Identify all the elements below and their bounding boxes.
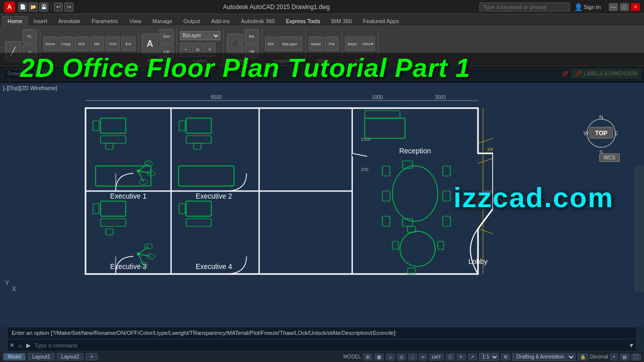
svg-line-92: [478, 229, 493, 234]
svg-rect-54: [443, 166, 450, 176]
tab-featured-apps[interactable]: Featured Apps: [357, 16, 405, 26]
svg-text:900: 900: [80, 148, 82, 156]
grid-btn[interactable]: ⊞: [363, 353, 372, 360]
lock-btn[interactable]: 🔒: [578, 353, 588, 360]
svg-rect-57: [382, 216, 390, 226]
svg-rect-40: [106, 229, 113, 235]
tab-express-tools[interactable]: Express Tools: [280, 16, 326, 26]
mirror-tool[interactable]: Mir: [90, 37, 104, 51]
copy-tool[interactable]: Copy: [59, 37, 73, 51]
gear-icon[interactable]: ⚙: [501, 353, 510, 360]
measure-tool[interactable]: Meas: [309, 37, 323, 51]
workspace-select[interactable]: Drafting & Annotation: [512, 353, 576, 361]
wcs-button[interactable]: WCS: [599, 153, 620, 162]
svg-rect-53: [382, 166, 390, 176]
toolbar-redo[interactable]: ↪: [64, 3, 73, 12]
tab-manage[interactable]: Manage: [147, 16, 178, 26]
transparency-btn[interactable]: ⬡: [446, 353, 455, 360]
scale-select[interactable]: 1:1: [479, 353, 499, 361]
svg-rect-64: [438, 241, 444, 249]
trim-tool[interactable]: Trim: [106, 37, 120, 51]
settings-btn2[interactable]: ▤: [620, 353, 629, 360]
svg-rect-56: [443, 191, 450, 201]
cmd-search-icon[interactable]: ⌕: [17, 342, 24, 349]
toolbar-new[interactable]: 📄: [18, 3, 27, 12]
insert-block[interactable]: ⬛: [227, 34, 243, 54]
ortho-btn[interactable]: ⊥: [386, 353, 395, 360]
command-input[interactable]: [33, 342, 626, 348]
cmd-close-icon[interactable]: ✕: [8, 342, 17, 349]
tab-bim360[interactable]: BIM 360: [326, 16, 357, 26]
svg-text:Executive 2: Executive 2: [196, 192, 232, 200]
tab-view[interactable]: View: [124, 16, 147, 26]
toolbar-undo[interactable]: ↩: [54, 3, 63, 12]
close-button[interactable]: ✕: [631, 3, 640, 11]
full-screen-btn[interactable]: ⛶: [631, 353, 641, 360]
match-props[interactable]: MA: [265, 37, 276, 51]
tab-addins[interactable]: Add-ins: [206, 16, 235, 26]
move-tool[interactable]: Move: [43, 37, 57, 51]
minimize-button[interactable]: —: [609, 3, 618, 11]
svg-rect-60: [365, 118, 405, 138]
paste-tool[interactable]: Pst: [325, 37, 339, 51]
side-panel[interactable]: [635, 166, 644, 292]
base-view[interactable]: Base: [345, 37, 359, 51]
layout2-tab[interactable]: Layout2: [57, 353, 84, 360]
svg-line-90: [478, 138, 493, 143]
layout1-tab[interactable]: Layout1: [28, 353, 55, 360]
text-tool[interactable]: A: [142, 34, 158, 54]
rotate-tool[interactable]: Rot: [74, 37, 89, 51]
keyword-search[interactable]: [479, 3, 570, 12]
svg-text:Lobby: Lobby: [468, 257, 488, 265]
svg-text:W: W: [584, 130, 589, 136]
cmd-arrow-icon[interactable]: ▶: [24, 342, 33, 349]
svg-point-62: [400, 231, 435, 266]
plus-btn[interactable]: +: [610, 353, 618, 360]
command-text: Enter an option [?/Make/Set/New/Rename/O…: [8, 327, 636, 339]
svg-text:Executive 4: Executive 4: [196, 262, 232, 270]
sign-in-button[interactable]: Sign In: [584, 4, 601, 10]
polar-btn[interactable]: ◎: [397, 353, 406, 360]
otrack-btn[interactable]: ∞: [419, 353, 427, 360]
layer-dropdown[interactable]: ByLayer: [180, 31, 220, 40]
svg-rect-65: [392, 241, 398, 249]
tab-autodesk360[interactable]: Autodesk 360: [235, 16, 280, 26]
svg-rect-34: [179, 121, 185, 131]
select-btn[interactable]: ↖: [457, 353, 466, 360]
snap-btn[interactable]: ▦: [374, 353, 384, 360]
select2-btn[interactable]: ↗: [468, 353, 477, 360]
polyline-tool[interactable]: PL: [23, 29, 37, 43]
tab-annotate[interactable]: Annotate: [53, 16, 86, 26]
lwt-btn[interactable]: LWT: [429, 353, 443, 360]
add-layout-tab[interactable]: +: [86, 353, 98, 360]
y-axis-label: Y: [5, 280, 9, 287]
bylayer-color[interactable]: ByLayer: [277, 37, 302, 51]
dim-tool[interactable]: Dim: [159, 29, 174, 43]
model-tab[interactable]: Model: [3, 353, 26, 360]
svg-point-51: [392, 166, 438, 221]
tab-output[interactable]: Output: [178, 16, 206, 26]
osnap-btn[interactable]: ◌: [408, 353, 417, 360]
svg-rect-33: [186, 136, 211, 143]
view-drop[interactable]: View▾: [361, 37, 375, 51]
toolbar-open[interactable]: 📂: [29, 3, 38, 12]
svg-rect-21: [101, 136, 126, 143]
svg-rect-32: [186, 118, 211, 133]
svg-rect-22: [93, 121, 99, 131]
svg-rect-38: [101, 219, 126, 226]
toolbar-save[interactable]: 💾: [39, 3, 48, 12]
svg-rect-23: [106, 143, 113, 149]
tab-insert[interactable]: Insert: [28, 16, 53, 26]
svg-rect-49: [186, 219, 211, 226]
window-title: Autodesk AutoCAD 2015 Drawing1.dwg: [73, 4, 479, 11]
svg-text:TOP: TOP: [595, 130, 607, 137]
svg-text:Executive 1: Executive 1: [110, 192, 147, 200]
block-editor[interactable]: Blk: [245, 29, 259, 43]
tab-home[interactable]: Home: [2, 16, 28, 26]
maximize-button[interactable]: □: [620, 3, 629, 11]
tab-parametric[interactable]: Parametric: [86, 16, 124, 26]
canvas-area[interactable]: [-][Top][2D Wireframe] 8600 1000 3000: [0, 83, 644, 327]
svg-text:1000: 1000: [372, 95, 383, 100]
svg-rect-36: [179, 166, 234, 186]
extend-tool[interactable]: Ext: [121, 37, 135, 51]
